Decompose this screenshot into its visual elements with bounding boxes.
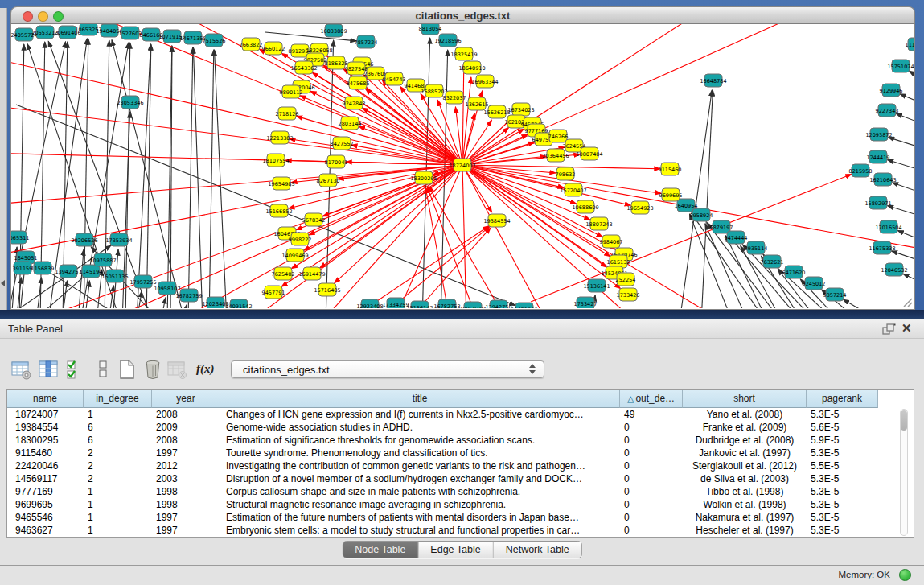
graph-node-label: 15885203 <box>421 89 447 95</box>
table-cell: 9115460 <box>7 447 84 460</box>
graph-node-label: 9357214 <box>823 292 847 299</box>
column-header-label: pagerank <box>822 393 862 404</box>
graph-node-label: 15051135 <box>101 274 128 280</box>
select-columns-icon[interactable] <box>64 358 87 381</box>
table-cell: 2 <box>84 447 152 460</box>
column-header-year[interactable]: year <box>152 390 220 408</box>
graph-edge <box>892 183 914 194</box>
column-header-pagerank[interactable]: pagerank <box>807 390 878 408</box>
table-cell: Disruption of a novel member of a sodium… <box>220 473 620 486</box>
table-panel-titlebar: Table Panel ✕ <box>0 319 924 339</box>
scrollbar-thumb[interactable] <box>901 410 907 431</box>
show-columns-icon[interactable] <box>37 358 60 381</box>
graph-node-label: 15626215 <box>483 109 510 116</box>
table-row[interactable]: 946362711997Embryonic stem cells: a mode… <box>7 525 878 538</box>
graph-node-label: 1640954 <box>675 203 698 209</box>
table-cell: Wolkin et al. (1998) <box>683 499 807 512</box>
graph-node-label: 9129946 <box>880 88 903 94</box>
graph-node-label: 12923408 <box>356 303 383 309</box>
graph-edge <box>289 165 462 208</box>
column-header-label: year <box>176 393 195 404</box>
table-row[interactable]: 946554611997Estimation of the future num… <box>7 512 878 525</box>
graph-node-label: 252254 <box>616 277 636 283</box>
graph-node-label: 16914479 <box>298 271 325 278</box>
graph-edge <box>161 298 166 308</box>
graph-node-label: 16210643 <box>869 177 896 183</box>
table-row[interactable]: 969969511998Structural magnetic resonanc… <box>7 499 878 512</box>
graph-node-label: 8215958 <box>849 168 873 175</box>
graph-node-label: 15136141 <box>583 283 610 290</box>
table-cell: 6 <box>84 435 152 447</box>
network-view-canvas[interactable]: 2405572420553213206914061065325719404056… <box>10 24 915 310</box>
column-header-outde[interactable]: △out_de… <box>620 390 683 408</box>
vertical-scrollbar[interactable] <box>900 409 908 536</box>
graph-edge <box>370 226 489 306</box>
graph-edge <box>112 40 185 308</box>
table-row[interactable]: 1938455462009Genome-wide association stu… <box>7 422 878 435</box>
table-cell: 0 <box>620 486 683 499</box>
table-cell: 1 <box>84 409 152 422</box>
import-table-icon[interactable] <box>166 358 188 381</box>
table-cell: Dudbridge et al. (2008) <box>683 435 807 447</box>
table-row[interactable]: 1456911722003Disruption of a novel membe… <box>7 473 878 486</box>
graph-node-label: 1145194 <box>80 269 103 275</box>
graph-node-label: 16963344 <box>471 79 498 85</box>
graph-node-label: 12046532 <box>881 267 907 274</box>
table-cell: 19384554 <box>7 422 84 435</box>
table-cell: 14569117 <box>7 473 84 486</box>
panel-collapse-arrow-icon[interactable] <box>1 280 5 286</box>
graph-node-label: 1845051 <box>14 255 38 262</box>
table-selector-dropdown[interactable]: citations_edges.txt <box>231 360 544 378</box>
graph-node-label: 9227343 <box>876 108 899 114</box>
function-builder-icon[interactable]: f(x) <box>196 358 219 381</box>
tab-network-table[interactable]: Network Table <box>494 542 581 558</box>
graph-node-label: 10807484 <box>576 151 602 158</box>
table-cell: 0 <box>620 473 683 486</box>
graph-node-label: 7515526 <box>203 38 226 44</box>
graph-node-label: 9242848 <box>343 101 366 107</box>
graph-edge <box>897 230 914 241</box>
graph-node-label: 391159 <box>13 266 33 272</box>
table-row[interactable]: 911546021997Tourette syndrome. Phenomeno… <box>7 447 878 460</box>
table-cell: 5.3E-5 <box>807 512 878 525</box>
graph-edge <box>462 113 474 165</box>
graph-node-label: 1156839 <box>31 266 55 272</box>
tab-node-table[interactable]: Node Table <box>343 542 418 558</box>
table-row[interactable]: 977716911998Corpus callosum shape and si… <box>7 486 878 499</box>
graph-node-label: 1733426 <box>617 292 640 299</box>
graph-node-label: 8813054 <box>419 26 442 32</box>
network-window-titlebar[interactable]: citations_edges.txt <box>10 6 915 24</box>
column-header-name[interactable]: name <box>7 390 84 408</box>
tab-edge-table[interactable]: Edge Table <box>418 542 493 558</box>
resize-grip-icon[interactable] <box>901 296 913 307</box>
graph-node-label: 18807243 <box>585 221 612 228</box>
table-cell: Tourette syndrome. Phenomenology and cla… <box>220 447 620 460</box>
memory-ok-led-icon[interactable] <box>899 569 911 581</box>
column-header-label: out_de… <box>635 393 675 404</box>
table-cell: 9777169 <box>7 486 84 499</box>
graph-node-label: 7663822 <box>240 42 263 48</box>
table-row[interactable]: 1872400712008Changes of HCN gene express… <box>7 409 878 422</box>
new-table-icon[interactable] <box>116 358 138 381</box>
column-header-title[interactable]: title <box>220 390 620 408</box>
graph-edge <box>891 251 914 262</box>
delete-table-icon[interactable] <box>142 358 164 381</box>
close-panel-icon[interactable]: ✕ <box>901 321 912 336</box>
graph-node-label: 1112340 <box>906 42 914 48</box>
table-cell: 2 <box>84 460 152 473</box>
row-height-icon[interactable] <box>92 358 114 381</box>
table-row[interactable]: 1830029562008Estimation of significance … <box>7 435 878 447</box>
graph-node-label: 18640910 <box>458 65 485 72</box>
graph-node-label: 12213383 <box>266 135 293 142</box>
float-panel-icon[interactable] <box>882 323 896 336</box>
graph-node-label: 9660122 <box>262 46 285 52</box>
column-header-indegree[interactable]: in_degree <box>84 390 152 408</box>
table-cell: Estimation of the future numbers of pati… <box>220 512 620 525</box>
table-settings-icon[interactable] <box>10 358 32 381</box>
graph-node-label: 17957255 <box>129 279 156 286</box>
table-row[interactable]: 2242004622012Investigating the contribut… <box>7 460 878 473</box>
column-header-short[interactable]: short <box>683 390 807 408</box>
graph-node-label: 1615132 <box>607 259 630 266</box>
table-cell: 2009 <box>152 422 220 435</box>
graph-node-label: 20206526 <box>71 237 97 244</box>
